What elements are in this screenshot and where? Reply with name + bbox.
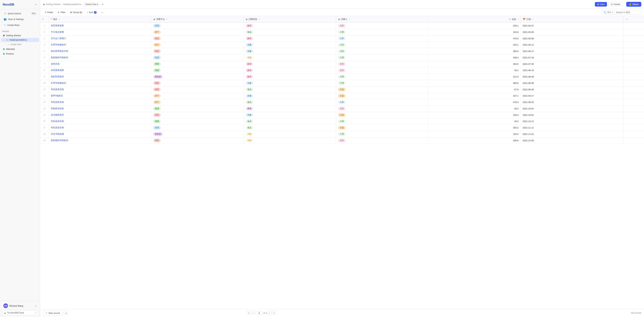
row-date-cell[interactable]: 2021-12-05 xyxy=(520,137,623,144)
share-button[interactable]: 🔒 Share xyxy=(626,2,641,7)
col-header-jin-e[interactable]: Σ 金額 ▾ xyxy=(428,16,521,22)
row-amount-cell[interactable]: 87.9 xyxy=(428,86,521,92)
col-header-xiao-fei-lei-xing[interactable]: ◉ 消费类型 ▾ xyxy=(244,16,336,22)
group-by-button[interactable]: ⊞ Group By xyxy=(68,10,84,14)
filter-button[interactable]: ⊳ Filter xyxy=(56,10,68,14)
team-settings-item[interactable]: 👥 Team & Settings xyxy=(2,16,38,22)
row-person-cell[interactable]: 小王 xyxy=(336,22,428,29)
row-person-cell[interactable]: 小李 xyxy=(336,99,428,105)
row-person-cell[interactable]: 小张 xyxy=(336,42,428,48)
row-person-cell[interactable]: 小王 xyxy=(336,61,428,67)
row-type-cell[interactable]: 书籍 xyxy=(244,137,336,144)
row-platform-cell[interactable]: 京东 xyxy=(151,22,244,29)
row-date-cell[interactable]: 2021-11-11 xyxy=(520,124,623,131)
row-type-cell[interactable]: 衣服 xyxy=(244,112,336,118)
row-person-cell[interactable]: 小赵 xyxy=(336,86,428,92)
row-type-cell[interactable]: 衣服 xyxy=(244,48,336,54)
row-type-cell[interactable]: 衣服 xyxy=(244,80,336,86)
row-type-cell[interactable]: 娱乐 xyxy=(244,22,336,29)
table-row[interactable]: 2 节日食品套餐 苏宁 食品 小周 102.8 2021-05-05 xyxy=(40,29,644,35)
row-amount-cell[interactable]: 336.8 xyxy=(428,137,521,144)
table-row[interactable]: 19 最新畅销书籍购买 淘宝 书籍 小王 336.8 2021-12-05 xyxy=(40,137,644,144)
row-platform-cell[interactable]: 美团 xyxy=(151,61,244,67)
row-type-cell[interactable]: 书籍 xyxy=(244,54,336,61)
row-platform-cell[interactable]: 淘宝 xyxy=(151,137,244,144)
row-name-link[interactable]: 最新畅销书籍购买 xyxy=(51,56,68,59)
last-page-button[interactable]: » xyxy=(272,311,276,315)
fields-button[interactable]: ≡ Fields xyxy=(43,10,55,14)
row-name-cell[interactable]: 音乐会门票预订 xyxy=(49,35,151,42)
create-base-item[interactable]: ＋ Create Base xyxy=(2,22,38,28)
row-name-link[interactable]: 节日食品套餐 xyxy=(51,31,64,33)
row-platform-cell[interactable]: 京东 xyxy=(151,54,244,61)
row-platform-cell[interactable]: 苏宁 xyxy=(151,92,244,99)
row-amount-cell[interactable]: 39.3 xyxy=(428,118,521,124)
breadcrumb-base[interactable]: Getting Started xyxy=(46,3,60,6)
table-item-data-expanded-csv[interactable]: ⟨/⟩ DataExpandedCsv xyxy=(1,38,39,42)
row-name-link[interactable]: 游戏充值 xyxy=(51,62,60,65)
row-amount-cell[interactable]: 102.8 xyxy=(428,29,521,35)
table-row[interactable]: 13 有机蔬菜采购 苏宁 食品 小李 478.3 2021-09-22 xyxy=(40,99,644,105)
row-name-cell[interactable]: 冬季羽绒服购买 xyxy=(49,80,151,86)
refresh-button[interactable]: ↺ xyxy=(102,3,104,6)
row-person-cell[interactable]: 小周 xyxy=(336,54,428,61)
row-name-cell[interactable]: 体育赛事观看 xyxy=(49,22,151,29)
sidebar-collapse-button[interactable]: « xyxy=(34,2,38,7)
row-type-cell[interactable]: 食品 xyxy=(244,124,336,131)
row-date-cell[interactable]: 2021-10-12 xyxy=(520,118,623,124)
row-name-cell[interactable]: 有机蔬菜采购 xyxy=(49,99,151,105)
row-date-cell[interactable]: 2021-09-17 xyxy=(520,92,623,99)
row-amount-cell[interactable]: 285.0 xyxy=(428,48,521,54)
base-item-finance[interactable]: Finance xyxy=(1,52,39,56)
row-person-cell[interactable]: 小王 xyxy=(336,137,428,144)
row-name-cell[interactable]: 冬季羽绒服购买 xyxy=(49,42,151,48)
row-person-cell[interactable]: 小周 xyxy=(336,29,428,35)
row-amount-cell[interactable]: 447.1 xyxy=(428,92,521,99)
row-date-cell[interactable]: 2021-10-01 xyxy=(520,112,623,118)
table-row[interactable]: 12 夏季T恤购买 苏宁 衣服 小赵 447.1 2021-09-17 xyxy=(40,92,644,99)
row-amount-cell[interactable]: 438.4 xyxy=(428,54,521,61)
row-platform-cell[interactable]: 淘宝 xyxy=(151,86,244,92)
table-row[interactable]: 14 智能家居设备 美团 家电 小王 45.3 2021-10-01 xyxy=(40,105,644,112)
row-type-cell[interactable]: 书籍 xyxy=(244,131,336,137)
quick-actions-item[interactable]: ⚡ Quick Actions ⌘ K xyxy=(2,11,38,16)
table-row[interactable]: 15 运动服装购买 淘宝 衣服 小赵 226.0 2021-10-01 xyxy=(40,112,644,118)
row-name-cell[interactable]: 运动服装购买 xyxy=(49,112,151,118)
data-tab-button[interactable]: ⊞ Data xyxy=(595,2,607,6)
table-row[interactable]: 3 音乐会门票预订 淘宝 娱乐 小李 476.0 2021-05-06 xyxy=(40,35,644,42)
row-date-cell[interactable]: 2021-11-21 xyxy=(520,131,623,137)
row-platform-cell[interactable]: 美团 xyxy=(151,67,244,74)
more-button[interactable]: ⋯ xyxy=(99,10,106,14)
base-item-getting-started[interactable]: Getting Started xyxy=(1,33,39,38)
table-row[interactable]: 16 有机蔬菜采购 美团 食品 小周 39.3 2021-10-12 xyxy=(40,118,644,124)
breadcrumb-table[interactable]: DataExpandedCsv xyxy=(63,3,81,6)
row-name-link[interactable]: 运动服装购买 xyxy=(51,114,64,116)
table-row[interactable]: 4 冬季羽绒服购买 苏宁 衣服 小张 253.1 2021-05-12 xyxy=(40,42,644,48)
prev-page-button[interactable]: ‹ xyxy=(252,311,255,315)
search-input[interactable] xyxy=(616,11,640,14)
row-platform-cell[interactable]: 苏宁 xyxy=(151,42,244,48)
table-row[interactable]: 6 最新畅销书籍购买 京东 书籍 小周 438.4 2021-07-18 xyxy=(40,54,644,61)
row-platform-cell[interactable]: 淘宝 xyxy=(151,35,244,42)
row-type-cell[interactable]: 娱乐 xyxy=(244,74,336,80)
table-row[interactable]: 8 体育赛事观看 美团 娱乐 小王 48.2 2021-08-15 xyxy=(40,67,644,74)
row-person-cell[interactable]: 小赵 xyxy=(336,112,428,118)
row-platform-cell[interactable]: 苏宁 xyxy=(151,29,244,35)
row-type-cell[interactable]: 衣服 xyxy=(244,42,336,48)
row-amount-cell[interactable]: 253.1 xyxy=(428,42,521,48)
row-date-cell[interactable]: 2021-08-15 xyxy=(520,67,623,74)
row-amount-cell[interactable]: 264.0 xyxy=(428,61,521,67)
row-name-cell[interactable]: 有机蔬菜采购 xyxy=(49,118,151,124)
row-platform-cell[interactable]: 淘宝 xyxy=(151,112,244,118)
row-type-cell[interactable]: 食品 xyxy=(244,29,336,35)
row-type-cell[interactable]: 娱乐 xyxy=(244,67,336,74)
row-type-cell[interactable]: 娱乐 xyxy=(244,35,336,42)
row-name-link[interactable]: 体育赛事观看 xyxy=(51,24,64,27)
row-date-cell[interactable]: 2021-07-30 xyxy=(520,61,623,67)
create-view-item[interactable]: ＋ Create View xyxy=(0,42,40,47)
row-platform-cell[interactable]: 淘宝 xyxy=(151,48,244,54)
row-name-link[interactable]: 智能家居设备 xyxy=(51,107,64,110)
row-person-cell[interactable]: 小赵 xyxy=(336,124,428,131)
row-name-cell[interactable]: 智能家居设备 xyxy=(49,105,151,112)
row-name-link[interactable]: 最新畅销书籍购买 xyxy=(51,139,68,142)
